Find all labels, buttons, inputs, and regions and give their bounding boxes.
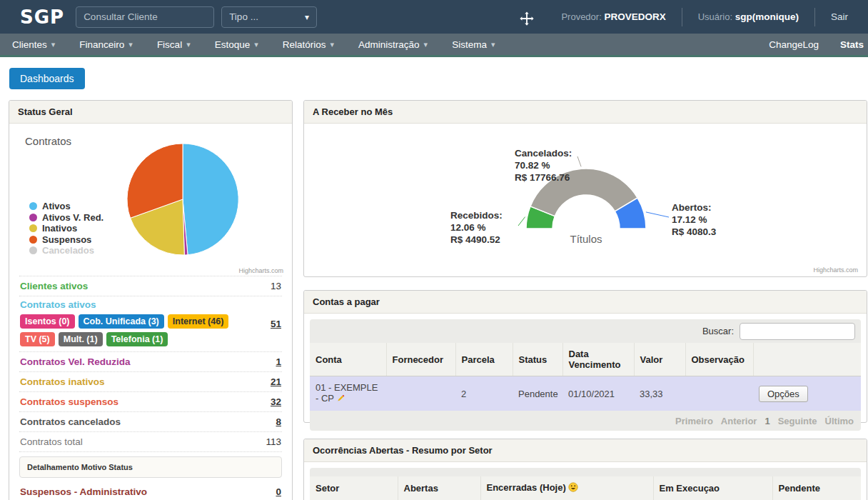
col-conta[interactable]: Conta [310,343,386,376]
col-fornecedor[interactable]: Fornecedor [386,343,455,376]
menu-financeiro[interactable]: Financeiro▾ [67,39,145,50]
chevron-down-icon: ▾ [186,40,191,49]
pagination-prev[interactable]: Anterior [721,416,757,426]
gauge-label-recebidos: Recebidos: 12.06 % R$ 4490.52 [450,209,503,246]
col-valor[interactable]: Valor [634,343,685,376]
opcoes-button[interactable]: Opções [759,386,808,402]
navbar-right-group: Provedor: PROVEDORX Usuário: sgp(monique… [545,0,868,34]
menu-estoque[interactable]: Estoque▾ [203,39,271,50]
col-data-vencimento[interactable]: Data Vencimento [562,343,634,376]
stat-row-inativos: Contratos inativos 21 [19,372,282,392]
legend-dot [29,202,37,210]
menu-sistema[interactable]: Sistema▾ [440,39,507,50]
cell-status: Pendente [513,376,562,411]
contratos-pie-chart [126,142,240,256]
col-setor[interactable]: Setor [310,476,398,500]
gauge-label-abertos: Abertos: 17.12 % R$ 4080.3 [672,201,716,238]
user-info: Usuário: sgp(monique) [682,11,814,22]
detalhamento-motivo-status-button[interactable]: Detalhamento Motivo Status [19,456,282,478]
client-type-select[interactable]: Tipo ... ▾ [221,6,317,28]
contas-pagination: Primeiro Anterior 1 Seguinte Último [310,411,861,431]
stat-row-suspensos: Contratos suspensos 32 [19,392,282,412]
buscar-input[interactable] [740,323,855,340]
legend-item-inativos[interactable]: Inativos [29,223,104,234]
move-icon[interactable] [519,11,535,26]
stat-row-vel-reduzida: Contratos Vel. Reduzida 1 [19,352,282,372]
menu-clientes[interactable]: Clientes▾ [0,39,67,50]
a-receber-title: A Receber no Mês [304,101,867,124]
contract-type-badges: Isentos (0) Cob. Unificada (3) Internet … [20,314,246,346]
col-abertas[interactable]: Abertas [398,476,480,500]
ocorrencias-table: Setor Abertas Encerradas (Hoje) Em Execu… [310,476,861,500]
status-stats-list: Clientes ativos 13 Contratos ativos Isen… [19,276,282,500]
stats-link[interactable]: Stats [832,39,868,50]
badge-cob-unificada[interactable]: Cob. Unificada (3) [79,314,164,329]
logout-link[interactable]: Sair [815,11,858,22]
chevron-down-icon: ▾ [330,40,335,49]
pagination-page-1[interactable]: 1 [764,416,769,426]
contratos-pie-area: Contratos Ativos Ativos V. Red. Inativos… [9,124,292,276]
stat-row-contratos-ativos: Contratos ativos Isentos (0) Cob. Unific… [19,296,282,352]
contas-a-pagar-title: Contas a pagar [304,291,867,314]
ocorrencias-panel: Ocorrências Abertas - Resumo por Setor S… [303,439,867,500]
user-value: sgp(monique) [735,11,799,22]
col-status[interactable]: Status [513,343,562,376]
user-label: Usuário: [698,11,732,22]
contas-table-wrap: Buscar: Conta Fornecedor Parcela Status … [310,319,861,431]
col-parcela[interactable]: Parcela [455,343,513,376]
search-client-input[interactable] [76,6,214,28]
susp-adm-count-link[interactable]: 0 [260,486,281,497]
smiley-icon [568,482,578,494]
titulos-gauge-chart [304,124,867,278]
ocorrencias-header-row: Setor Abertas Encerradas (Hoje) Em Execu… [310,476,861,500]
legend-item-suspensos[interactable]: Suspensos [29,234,104,246]
suspensos-count-link[interactable]: 32 [260,396,281,407]
inativos-count-link[interactable]: 21 [260,376,281,387]
cancelados-count-link[interactable]: 8 [260,416,281,427]
col-observacao[interactable]: Observação [685,343,753,376]
badge-tv[interactable]: TV (5) [20,332,55,346]
sgp-dashboard-page: SGP Tipo ... ▾ Provedor: PROVEDORX Usuár… [0,0,868,500]
legend-dot [29,246,37,254]
highcharts-credit: Highcharts.com [813,266,858,274]
col-pendente[interactable]: Pendente [772,476,861,500]
chevron-down-icon: ▾ [491,40,495,49]
col-actions [753,343,861,376]
pagination-next[interactable]: Seguinte [778,416,817,426]
menu-administracao[interactable]: Administração▾ [346,39,440,50]
col-em-execucao[interactable]: Em Execuçao [653,476,772,500]
pagination-last[interactable]: Último [825,416,854,426]
gauge-center-label: Títulos [550,233,622,245]
legend-item-cancelados[interactable]: Cancelados [29,245,104,256]
provider-value: PROVEDORX [604,11,665,22]
menu-fiscal[interactable]: Fiscal▾ [145,39,203,50]
client-type-value: Tipo ... [229,11,258,22]
cell-data-vencimento: 01/10/2021 [562,376,634,411]
contratos-ativos-count-link[interactable]: 51 [260,319,281,329]
changelog-link[interactable]: ChangeLog [761,39,827,50]
badge-internet[interactable]: Internet (46) [168,314,229,329]
legend-item-ativos-v-red[interactable]: Ativos V. Red. [29,212,104,224]
col-encerradas-hoje[interactable]: Encerradas (Hoje) [480,476,653,500]
buscar-label: Buscar: [702,326,734,336]
menu-relatorios[interactable]: Relatórios▾ [271,39,346,50]
vel-reduzida-count-link[interactable]: 1 [260,356,281,367]
badge-mult[interactable]: Mult. (1) [59,332,103,346]
menu-right-links: ChangeLog Stats [761,39,868,50]
pencil-edit-icon[interactable] [336,394,345,405]
pie-legend: Ativos Ativos V. Red. Inativos Suspensos… [29,201,104,256]
cell-conta: 01 - EXEMPLE - CP [310,376,386,411]
stat-row-total: Contratos total 113 [19,432,282,452]
dashboards-button[interactable]: Dashboards [9,68,85,89]
ocorrencias-table-toolbar [310,468,861,476]
gauge-label-cancelados: Cancelados: 70.82 % R$ 17766.76 [515,147,572,184]
badge-telefonia[interactable]: Telefonia (1) [106,332,168,346]
legend-dot [29,236,37,244]
pagination-first[interactable]: Primeiro [675,416,713,426]
legend-item-ativos[interactable]: Ativos [29,201,104,212]
main-menu: Clientes▾ Financeiro▾ Fiscal▾ Estoque▾ R… [0,34,868,57]
conta-row[interactable]: 01 - EXEMPLE - CP 2 Pendente 01/10/2021 … [310,376,861,411]
provider-label: Provedor: [561,11,601,22]
highcharts-credit: Highcharts.com [238,267,283,274]
badge-isentos[interactable]: Isentos (0) [20,314,75,329]
